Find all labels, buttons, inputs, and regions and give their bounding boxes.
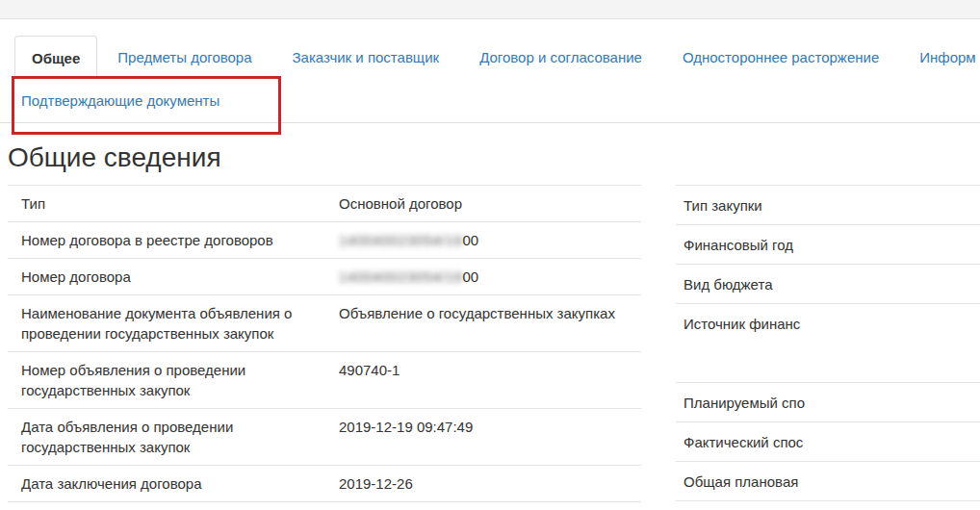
row-label: Номер объявления о проведении государств… (8, 360, 339, 400)
top-gray-bar (0, 0, 980, 19)
row-value: 490740-1 (339, 360, 641, 400)
contract-tabs-nav: Общее Предметы договора Заказчик и поста… (0, 36, 980, 123)
side-details-table: Тип закупки Финансовый год Вид бюджета И… (676, 185, 980, 501)
redacted-text: 140040023054/19 (339, 268, 462, 285)
row-value-redacted: 140040023054/1900 (339, 267, 641, 287)
row-value: Объявление о государственных закупках (339, 303, 641, 344)
side-row-planned-method: Планируемый спо (676, 382, 980, 421)
table-row-announcement-date: Дата объявления о проведении государстве… (8, 408, 641, 465)
table-row-announcement-doc-name: Наименование документа объявления о пров… (8, 294, 641, 351)
redacted-suffix: 00 (462, 268, 478, 285)
tab-contract-subjects[interactable]: Предметы договора (97, 36, 271, 79)
main-content: Тип Основной договор Номер договора в ре… (0, 185, 980, 502)
page-title: Общие сведения (8, 143, 980, 172)
redacted-text: 140040023054/19 (339, 232, 462, 248)
row-label: Номер договора в реестре договоров (8, 230, 339, 250)
row-label: Наименование документа объявления о пров… (8, 303, 339, 344)
row-label: Тип (8, 193, 339, 214)
row-value: 2019-12-26 (339, 473, 641, 494)
tab-general[interactable]: Общее (14, 36, 97, 79)
row-value-redacted: 140040023054/1900 (339, 230, 641, 250)
side-row-fiscal-year: Финансовый год (676, 224, 980, 264)
table-row-contract-number: Номер договора 140040023054/1900 (8, 258, 641, 294)
row-value: Основной договор (339, 193, 641, 214)
side-row-actual-method: Фактический спос (676, 421, 980, 461)
row-label: Дата заключения договора (8, 473, 339, 494)
table-row-type: Тип Основной договор (8, 185, 641, 221)
row-label: Номер договора (8, 267, 339, 287)
tab-inform-truncated[interactable]: Информ (899, 36, 980, 79)
side-row-purchase-type: Тип закупки (676, 185, 980, 224)
tabs-row-1: Общее Предметы договора Заказчик и поста… (8, 36, 980, 79)
contract-details-page: { "topbar": {}, "tabs": { "row1": [ { "l… (0, 0, 980, 510)
redacted-suffix: 00 (462, 232, 478, 248)
table-row-conclusion-date: Дата заключения договора 2019-12-26 (8, 465, 641, 501)
table-row-announcement-number: Номер объявления о проведении государств… (8, 351, 641, 408)
row-label: Дата объявления о проведении государстве… (8, 417, 339, 457)
side-row-financing-source: Источник финанс (676, 303, 980, 382)
tab-customer-supplier[interactable]: Заказчик и поставщик (272, 36, 460, 79)
row-value: 2019-12-19 09:47:49 (339, 417, 641, 457)
general-details-table: Тип Основной договор Номер договора в ре… (8, 185, 641, 502)
table-row-registry-number: Номер договора в реестре договоров 14004… (8, 221, 641, 258)
tabs-row-2: Подтверждающие документы (8, 79, 980, 122)
side-row-budget-kind: Вид бюджета (676, 264, 980, 303)
tab-supporting-documents[interactable]: Подтверждающие документы (21, 92, 219, 109)
side-row-total-planned: Общая плановая (676, 461, 980, 500)
tab-unilateral-termination[interactable]: Одностороннее расторжение (662, 36, 899, 79)
tab-contract-approval[interactable]: Договор и согласование (459, 36, 662, 79)
